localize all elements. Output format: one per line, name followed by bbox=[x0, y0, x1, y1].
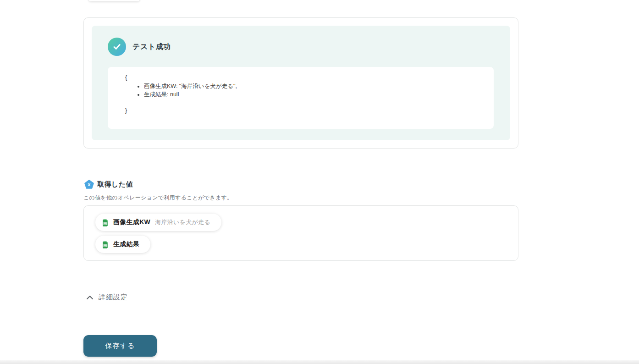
json-item-list: 画像生成KW: "海岸沿いを犬が走る", 生成結果: null bbox=[125, 82, 485, 99]
success-check-icon bbox=[108, 38, 126, 56]
spreadsheet-icon bbox=[102, 219, 109, 226]
save-button[interactable]: 保存する bbox=[83, 335, 157, 357]
retrieved-values-card: 画像生成KW 海岸沿いを犬が走る 生成結果 bbox=[83, 205, 518, 261]
advanced-settings-toggle[interactable]: 詳細設定 bbox=[86, 293, 128, 302]
cutoff-element-top bbox=[88, 0, 140, 1]
badge-letter: x bbox=[88, 182, 91, 187]
spreadsheet-icon bbox=[102, 241, 109, 248]
value-chip-seiseikekka[interactable]: 生成結果 bbox=[95, 236, 150, 253]
advanced-settings-label: 詳細設定 bbox=[99, 293, 128, 302]
retrieved-values-title: 取得した値 bbox=[97, 180, 133, 189]
chevron-up-icon bbox=[86, 295, 94, 300]
chip-label: 生成結果 bbox=[113, 240, 139, 248]
chip-value: 海岸沿いを犬が走る bbox=[155, 218, 210, 226]
retrieved-values-header: x 取得した値 bbox=[84, 180, 133, 189]
json-brace-close: } bbox=[125, 106, 485, 115]
json-item: 画像生成KW: "海岸沿いを犬が走る", bbox=[144, 82, 485, 91]
json-brace-open: { bbox=[125, 73, 485, 82]
value-chip-gazouseisei-kw[interactable]: 画像生成KW 海岸沿いを犬が走る bbox=[95, 214, 221, 231]
json-item: 生成結果: null bbox=[144, 90, 485, 99]
chip-row: 画像生成KW 海岸沿いを犬が走る bbox=[95, 214, 518, 236]
value-badge-icon: x bbox=[84, 180, 94, 189]
chip-row: 生成結果 bbox=[95, 236, 518, 258]
retrieved-values-description: この値を他のオペレーションで利用することができます。 bbox=[83, 194, 232, 202]
test-result-card: テスト成功 { 画像生成KW: "海岸沿いを犬が走る", 生成結果: null … bbox=[83, 17, 518, 149]
test-result-title: テスト成功 bbox=[132, 42, 171, 52]
chip-label: 画像生成KW bbox=[113, 218, 150, 226]
test-result-panel: テスト成功 { 画像生成KW: "海岸沿いを犬が走る", 生成結果: null … bbox=[92, 26, 510, 140]
page-bottom-edge bbox=[0, 360, 639, 364]
test-result-header: テスト成功 bbox=[108, 38, 494, 56]
test-result-json-output: { 画像生成KW: "海岸沿いを犬が走る", 生成結果: null } bbox=[108, 67, 494, 129]
